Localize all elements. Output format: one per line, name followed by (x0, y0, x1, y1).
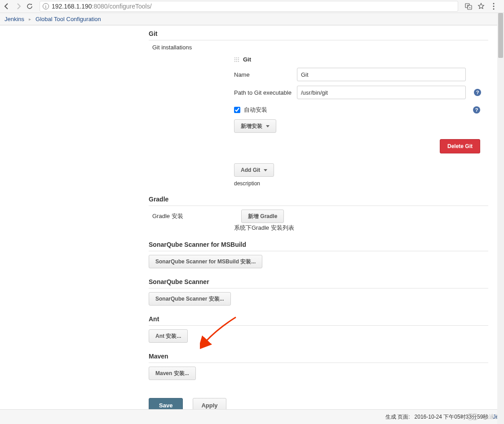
git-name-input[interactable] (297, 68, 466, 81)
status-gen-label: 生成 页面: (385, 413, 410, 421)
add-git-button[interactable]: Add Git (234, 163, 274, 177)
ant-install-button[interactable]: Ant 安装... (149, 329, 188, 343)
svg-point-5 (493, 6, 495, 7)
back-icon[interactable] (3, 2, 11, 10)
chevron-right-icon: ▸ (29, 17, 31, 22)
section-title-git: Git (149, 26, 488, 40)
git-path-label: Path to Git executable (234, 89, 292, 96)
breadcrumb: Jenkins ▸ Global Tool Configuration (0, 13, 504, 26)
svg-point-12 (238, 59, 239, 60)
breadcrumb-page[interactable]: Global Tool Configuration (35, 16, 101, 22)
scrollbar-thumb[interactable] (498, 13, 503, 58)
browser-toolbar: i 192.168.1.190:8080/configureTools/ 文A (0, 0, 504, 13)
status-bar: 生成 页面: 2016-10-24 下午05时33分59秒 Je (0, 409, 504, 424)
section-title-ant: Ant (149, 311, 488, 326)
add-gradle-button[interactable]: 新增 Gradle (241, 210, 284, 223)
delete-git-button[interactable]: Delete Git (440, 139, 480, 153)
git-description: description (149, 179, 488, 191)
svg-point-9 (238, 57, 239, 58)
svg-point-15 (238, 61, 239, 62)
svg-point-8 (236, 57, 237, 58)
chevron-down-icon (266, 125, 270, 127)
gradle-list-label: 系统下Gradle 安装列表 (149, 223, 488, 236)
sonar-install-button[interactable]: SonarQube Scanner 安装... (149, 292, 231, 306)
section-title-sonar: SonarQube Scanner (149, 274, 488, 288)
help-icon[interactable]: ? (473, 106, 480, 114)
breadcrumb-root[interactable]: Jenkins (4, 16, 24, 22)
svg-point-6 (493, 9, 495, 10)
reload-icon[interactable] (26, 3, 33, 10)
gradle-install-label: Gradle 安装 (152, 212, 241, 220)
auto-install-label: 自动安装 (244, 106, 267, 114)
watermark: 亿速云 (467, 412, 500, 421)
section-title-sonar-msbuild: SonarQube Scanner for MSBuild (149, 236, 488, 251)
url-bar[interactable]: i 192.168.1.190:8080/configureTools/ (40, 1, 458, 12)
git-installations-label: Git installations (149, 40, 488, 54)
svg-point-10 (234, 59, 235, 60)
svg-point-14 (236, 61, 237, 62)
git-name-label: Name (234, 71, 292, 78)
auto-install-checkbox[interactable] (234, 107, 240, 113)
forward-icon[interactable] (14, 2, 22, 10)
section-title-maven: Maven (149, 348, 488, 363)
git-block-title: Git (243, 56, 251, 63)
svg-point-13 (234, 61, 235, 62)
sonar-msbuild-install-button[interactable]: SonarQube Scanner for MSBuild 安装... (149, 255, 262, 268)
svg-point-4 (493, 3, 495, 4)
chevron-down-icon (264, 169, 267, 171)
section-title-gradle: Gradle (149, 191, 488, 206)
url-text: 192.168.1.190:8080/configureTools/ (52, 3, 152, 10)
svg-text:A: A (469, 6, 471, 9)
translate-icon[interactable]: 文A (464, 2, 473, 10)
bookmark-star-icon[interactable] (477, 2, 485, 10)
site-info-icon[interactable]: i (43, 3, 49, 9)
drag-handle-icon[interactable] (234, 57, 239, 62)
scrollbar[interactable] (497, 13, 504, 424)
add-installer-button[interactable]: 新增安装 (234, 119, 276, 133)
maven-install-button[interactable]: Maven 安装... (149, 367, 196, 380)
svg-point-11 (236, 59, 237, 60)
browser-right-icons: 文A (464, 2, 501, 10)
svg-point-7 (234, 57, 235, 58)
help-icon[interactable]: ? (474, 89, 481, 96)
browser-menu-icon[interactable] (490, 2, 498, 10)
git-path-input[interactable] (297, 86, 466, 99)
